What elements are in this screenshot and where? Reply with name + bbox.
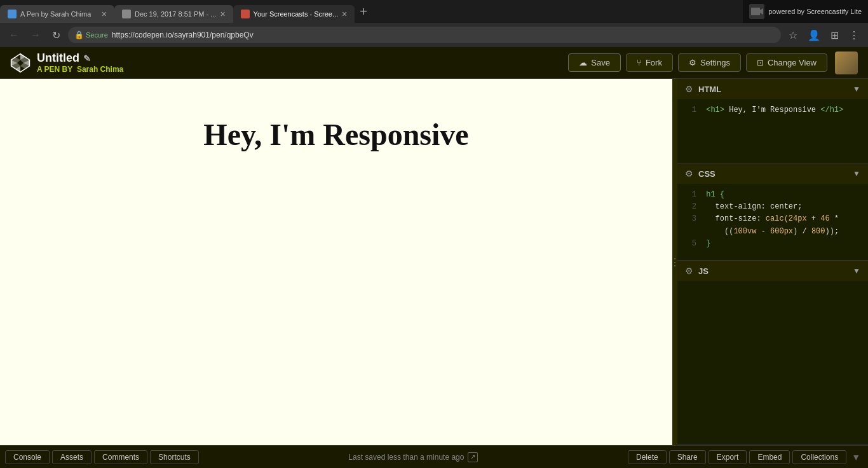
reload-button[interactable]: ↻ (48, 27, 64, 44)
fork-label: Fork (646, 58, 662, 67)
html-chevron-icon: ▼ (853, 85, 860, 93)
save-label: Save (591, 58, 610, 67)
codepen-logo (10, 53, 31, 73)
assets-button[interactable]: Assets (52, 450, 92, 464)
settings-label: Settings (700, 58, 730, 67)
menu-button[interactable]: ⋮ (845, 28, 863, 43)
share-button[interactable]: Share (669, 450, 706, 464)
forward-button[interactable]: → (27, 27, 44, 43)
css-code-editor[interactable]: 1 h1 { 2 text-align: center; 3 font-size… (677, 184, 868, 260)
save-button[interactable]: ☁ Save (568, 53, 621, 72)
browser-tabs-bar: A Pen by Sarah Chima × Dec 19, 2017 8:51… (0, 0, 868, 23)
tab-title-3: Your Screencasts - Scree... (254, 10, 339, 18)
screencastify-badge: powered by Screencastify Lite (743, 0, 868, 23)
change-view-label: Change View (768, 58, 817, 67)
js-section-header[interactable]: ⚙ JS ▼ (677, 261, 868, 281)
pen-author[interactable]: Sarah Chima (77, 65, 123, 74)
pen-title-area: Untitled ✎ A PEN BY Sarah Chima (37, 52, 123, 74)
new-tab-button[interactable]: + (355, 2, 372, 22)
save-cloud-icon: ☁ (579, 58, 587, 67)
codepen-header: Untitled ✎ A PEN BY Sarah Chima ☁ Save ⑂… (0, 47, 868, 79)
url-bar[interactable]: 🔒 Secure https://codepen.io/sayrah901/pe… (68, 27, 781, 43)
browser-tab-2[interactable]: Dec 19, 2017 8:51 PM - ... × (114, 5, 233, 23)
save-status-icon: ↗ (468, 452, 478, 462)
svg-rect-1 (751, 8, 760, 15)
edit-title-icon[interactable]: ✎ (83, 53, 91, 64)
tab-favicon-3 (241, 10, 250, 18)
html-gear-icon[interactable]: ⚙ (685, 84, 693, 94)
embed-button[interactable]: Embed (749, 450, 790, 464)
preview-panel: Hey, I'm Responsive (0, 79, 672, 445)
collections-button-group: Collections ▼ (792, 450, 863, 464)
tab-close-3[interactable]: × (342, 9, 347, 19)
profile-button[interactable]: 👤 (804, 28, 824, 43)
comments-button[interactable]: Comments (94, 450, 147, 464)
tab-favicon-1 (8, 10, 17, 18)
html-line-1: 1 <h1> Hey, I'm Responsive </h1> (684, 104, 862, 116)
pen-by-label: A PEN BY (37, 65, 72, 74)
console-button[interactable]: Console (5, 450, 50, 464)
js-gear-icon[interactable]: ⚙ (685, 266, 693, 276)
user-avatar[interactable] (835, 52, 858, 74)
tab-close-1[interactable]: × (102, 9, 107, 19)
collections-button[interactable]: Collections (792, 450, 846, 464)
settings-button[interactable]: ⚙ Settings (678, 53, 741, 72)
screencastify-label: powered by Screencastify Lite (768, 8, 862, 15)
css-code-section: ⚙ CSS ▼ 1 h1 { 2 text-align: center; 3 f… (677, 163, 868, 261)
tab-title-2: Dec 19, 2017 8:51 PM - ... (135, 10, 216, 18)
css-line-2: 2 text-align: center; (684, 201, 862, 213)
js-code-editor[interactable] (677, 281, 868, 444)
change-view-button[interactable]: ⊡ Change View (746, 53, 827, 72)
css-gear-icon[interactable]: ⚙ (685, 169, 693, 179)
screencastify-icon (749, 4, 764, 19)
browser-nav-bar: ← → ↻ 🔒 Secure https://codepen.io/sayrah… (0, 23, 868, 47)
preview-content: Hey, I'm Responsive (203, 117, 468, 152)
bookmark-button[interactable]: ☆ (785, 28, 801, 43)
css-section-header[interactable]: ⚙ CSS ▼ (677, 163, 868, 184)
fork-button[interactable]: ⑂ Fork (626, 53, 673, 72)
css-section-title: CSS (698, 169, 848, 179)
back-button[interactable]: ← (5, 27, 23, 43)
secure-label: Secure (86, 31, 108, 39)
bottom-right-buttons: Delete Share Export Embed Collections ▼ (628, 450, 863, 464)
code-panel: ⚙ HTML ▼ 1 <h1> Hey, I'm Responsive </h1… (677, 79, 868, 445)
save-status: Last saved less than a minute ago ↗ (201, 452, 625, 462)
collections-dropdown-button[interactable]: ▼ (849, 451, 863, 464)
tab-title-1: A Pen by Sarah Chima (20, 10, 91, 18)
browser-tab-3[interactable]: Your Screencasts - Scree... × (233, 5, 355, 23)
extension-button[interactable]: ⊞ (827, 28, 843, 43)
html-section-title: HTML (698, 85, 848, 94)
js-section-title: JS (698, 266, 848, 276)
panel-drag-handle[interactable] (672, 79, 677, 445)
pen-by: A PEN BY Sarah Chima (37, 65, 123, 74)
js-chevron-icon: ▼ (853, 266, 860, 275)
html-section-header[interactable]: ⚙ HTML ▼ (677, 79, 868, 99)
js-code-section: ⚙ JS ▼ (677, 261, 868, 445)
css-line-1: 1 h1 { (684, 189, 862, 201)
html-code-editor[interactable]: 1 <h1> Hey, I'm Responsive </h1> (677, 99, 868, 163)
lock-icon: 🔒 (74, 31, 84, 39)
tab-close-2[interactable]: × (220, 9, 225, 19)
shortcuts-button[interactable]: Shortcuts (150, 450, 199, 464)
css-line-5: 5 } (684, 238, 862, 250)
nav-action-buttons: ☆ 👤 ⊞ ⋮ (785, 28, 863, 43)
url-text: https://codepen.io/sayrah901/pen/qpbeQv (112, 31, 775, 39)
css-line-3: 3 font-size: calc(24px + 46 * (684, 213, 862, 225)
preview-heading: Hey, I'm Responsive (203, 117, 468, 152)
change-view-icon: ⊡ (757, 58, 764, 67)
tab-favicon-2 (122, 10, 131, 18)
delete-button[interactable]: Delete (628, 450, 667, 464)
settings-gear-icon: ⚙ (689, 58, 696, 67)
html-code-section: ⚙ HTML ▼ 1 <h1> Hey, I'm Responsive </h1… (677, 79, 868, 163)
browser-tab-1[interactable]: A Pen by Sarah Chima × (0, 5, 114, 23)
pen-title: Untitled ✎ (37, 52, 123, 65)
fork-icon: ⑂ (637, 58, 642, 67)
secure-badge: 🔒 Secure (74, 31, 108, 39)
export-button[interactable]: Export (709, 450, 747, 464)
main-content-area: Hey, I'm Responsive ⚙ HTML ▼ 1 <h1> Hey,… (0, 79, 868, 445)
css-line-4: ((100vw - 600px) / 800)); (684, 226, 862, 238)
css-chevron-icon: ▼ (853, 169, 860, 178)
save-status-text: Last saved less than a minute ago (348, 453, 464, 462)
pen-title-text: Untitled (37, 52, 79, 65)
bottom-bar: Console Assets Comments Shortcuts Last s… (0, 445, 868, 468)
